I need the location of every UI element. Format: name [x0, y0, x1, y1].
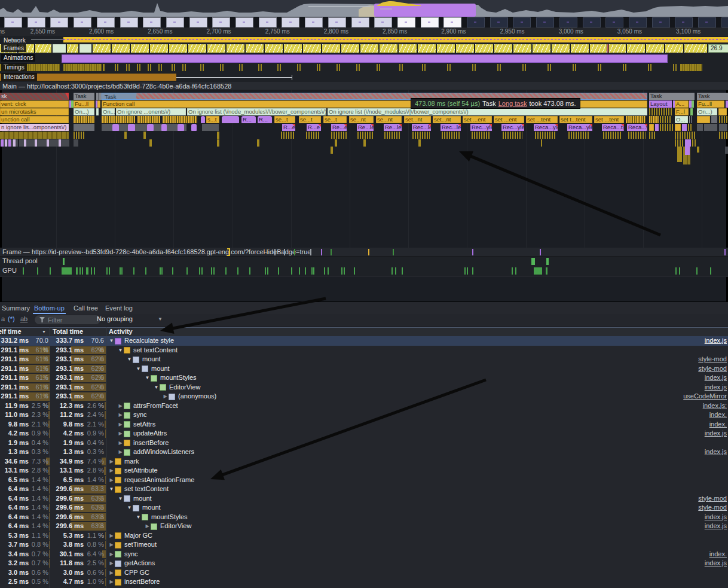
flame-event[interactable] — [660, 124, 673, 131]
flame-event-o-[interactable]: O... — [675, 116, 688, 123]
flame-event-fu-ll[interactable]: Fu...ll — [74, 100, 94, 108]
flame-event[interactable] — [335, 139, 337, 147]
source-link[interactable]: index.js — [705, 513, 727, 522]
flame-event[interactable] — [442, 132, 460, 139]
source-link[interactable]: style-mod — [698, 503, 727, 513]
flame-event[interactable] — [222, 116, 239, 123]
flame-event[interactable] — [147, 124, 154, 131]
flame-event-se-nt[interactable]: se...nt — [376, 116, 402, 123]
animations-track[interactable]: Animations — [0, 53, 728, 63]
flame-event[interactable] — [35, 139, 37, 147]
table-row[interactable]: 5.3 ms1.1 %5.3 ms1.1 %▶Major GC — [0, 531, 728, 541]
source-link[interactable]: index.js — [705, 522, 727, 531]
frame-box[interactable] — [665, 44, 683, 53]
filmstrip-thumbnail[interactable] — [27, 17, 45, 28]
expand-arrow-icon[interactable]: ▶ — [117, 401, 124, 410]
flame-event[interactable] — [655, 124, 659, 131]
flame-event-task[interactable]: Task — [697, 93, 728, 100]
flame-event[interactable] — [59, 139, 61, 147]
filmstrip-thumbnail[interactable] — [652, 17, 670, 28]
expand-arrow-icon[interactable]: ▶ — [117, 447, 124, 456]
thread-pool-track[interactable]: Thread pool — [0, 257, 728, 267]
flame-event[interactable] — [217, 132, 219, 139]
table-row[interactable]: 291.1 ms61.6 %293.1 ms62.0 %▼EditorViewi… — [0, 383, 728, 392]
flame-event-set-ent[interactable]: set ...ent — [463, 116, 492, 123]
flame-event[interactable] — [74, 132, 85, 139]
filmstrip-thumbnail[interactable] — [212, 17, 230, 28]
tab-event-log[interactable]: Event log — [104, 302, 134, 314]
frame-box[interactable] — [590, 44, 607, 53]
total-time-column-header[interactable]: Total time — [53, 328, 83, 335]
filmstrip-thumbnail[interactable] — [328, 17, 346, 28]
flame-event-set-nt[interactable]: set...nt — [404, 116, 431, 123]
flame-event[interactable] — [704, 124, 717, 131]
flame-event-fu-ll[interactable]: Fu...ll — [697, 100, 724, 108]
self-time-column-header[interactable]: elf time — [0, 328, 22, 335]
table-row[interactable]: 6.5 ms1.4 %6.5 ms1.4 %▶requestAnimationF… — [0, 476, 728, 485]
filmstrip-thumbnail[interactable] — [698, 17, 716, 28]
gpu-track[interactable]: GPU — [0, 266, 728, 277]
source-link[interactable]: index.js — [705, 447, 727, 457]
source-link[interactable]: index.js — [705, 336, 727, 346]
flame-event[interactable] — [660, 116, 672, 123]
flame-event[interactable] — [1, 139, 4, 147]
table-row[interactable]: 291.1 ms61.6 %293.1 ms62.0 %▼mountStyles… — [0, 373, 728, 383]
flame-event[interactable] — [689, 116, 693, 123]
source-link[interactable]: style-mod — [698, 364, 727, 374]
flame-event[interactable] — [541, 139, 543, 147]
tab-summary[interactable]: Summary — [1, 302, 31, 314]
filmstrip-thumbnail[interactable] — [143, 17, 161, 28]
flame-event-layout[interactable]: Layout — [649, 100, 672, 108]
table-row[interactable]: 291.1 ms61.6 %293.1 ms62.0 %▼mountstyle-… — [0, 355, 728, 364]
flame-event-reca-yle[interactable]: Reca...yle — [567, 124, 592, 131]
flame-event[interactable] — [201, 116, 205, 123]
flame-event[interactable] — [128, 124, 135, 131]
flame-event[interactable] — [535, 132, 556, 139]
flame-event[interactable] — [719, 132, 727, 139]
flame-event[interactable] — [685, 139, 691, 147]
source-link[interactable]: index. — [709, 420, 727, 429]
expand-arrow-icon[interactable]: ▶ — [108, 457, 115, 466]
collapse-arrow-icon[interactable]: ▼ — [135, 364, 142, 373]
table-row[interactable]: 4.2 ms0.9 %4.2 ms0.9 %▶updateAttrsindex.… — [0, 429, 728, 438]
filmstrip-thumbnail[interactable] — [536, 17, 554, 28]
filmstrip-thumbnail[interactable] — [4, 17, 22, 28]
table-row[interactable]: 331.2 ms70.0 %333.7 ms70.6 %▼Recalculate… — [0, 336, 728, 346]
table-row[interactable]: 6.4 ms1.4 %299.6 ms63.3 %▼mountStylesind… — [0, 513, 728, 522]
flame-event[interactable] — [306, 132, 320, 139]
table-row[interactable]: 6.4 ms1.4 %299.6 ms63.3 %▼mountstyle-mod — [0, 494, 728, 504]
frame-box[interactable] — [207, 44, 225, 53]
table-row[interactable]: 3.7 ms0.8 %3.8 ms0.8 %▶setTimeout — [0, 540, 728, 550]
source-link[interactable]: style-mod — [698, 494, 727, 504]
filmstrip-thumbnail[interactable] — [629, 17, 647, 28]
expand-arrow-icon[interactable]: ▶ — [144, 522, 151, 531]
frame-box[interactable] — [399, 44, 417, 53]
frame-box[interactable] — [494, 44, 512, 53]
filmstrip-thumbnail[interactable] — [97, 17, 115, 28]
table-row[interactable]: 3.4 ms0.7 %30.1 ms6.4 %▶syncindex. — [0, 550, 728, 559]
frame-box[interactable] — [227, 44, 244, 53]
expand-arrow-icon[interactable]: ▶ — [108, 550, 115, 559]
flame-event-on-[interactable]: On...) — [102, 108, 115, 115]
flame-event[interactable] — [649, 132, 656, 139]
flame-event[interactable] — [363, 139, 366, 147]
flame-event-rec-yle[interactable]: Rec...yle — [501, 124, 524, 131]
flame-event-se-t[interactable]: se...t — [274, 116, 295, 123]
flame-event-se-t[interactable]: se...t — [299, 116, 321, 123]
filmstrip-thumbnail[interactable] — [443, 17, 461, 28]
flame-event[interactable] — [102, 116, 135, 123]
flame-event-reca-yle[interactable]: Reca...yle — [534, 124, 558, 131]
flame-event[interactable] — [191, 124, 197, 131]
flame-event[interactable] — [161, 124, 167, 131]
source-link[interactable]: index.js — [705, 429, 727, 438]
filmstrip-thumbnail[interactable] — [721, 17, 728, 28]
flame-event[interactable] — [97, 100, 100, 108]
collapse-arrow-icon[interactable]: ▼ — [153, 383, 160, 392]
frame-box[interactable] — [418, 44, 436, 53]
table-row[interactable]: 6.4 ms1.4 %299.6 ms63.3 %▼set textConten… — [0, 485, 728, 494]
flame-event-set-t-tent[interactable]: set t...tent — [559, 116, 592, 123]
frame-box[interactable] — [627, 44, 645, 53]
flame-event-se-nt[interactable]: se...nt — [349, 116, 374, 123]
table-row[interactable]: 2.5 ms0.5 %4.7 ms1.0 %▶insertBefore — [0, 577, 728, 587]
flame-event[interactable] — [697, 124, 703, 131]
